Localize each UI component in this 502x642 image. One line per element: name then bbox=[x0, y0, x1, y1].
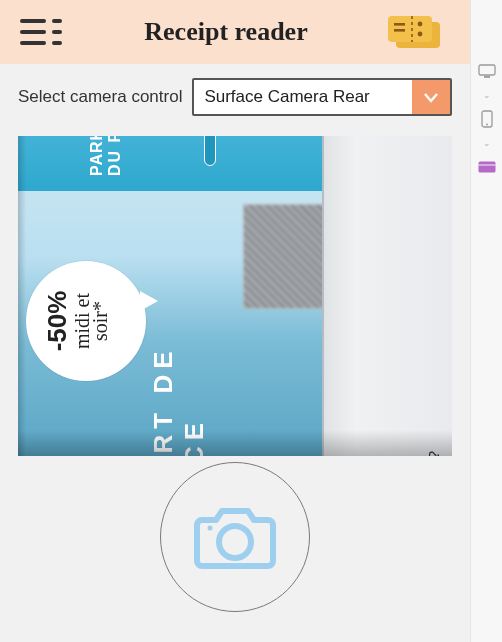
phone-preview-icon[interactable] bbox=[477, 110, 497, 128]
app-header: Receipt reader bbox=[0, 0, 470, 64]
capture-row bbox=[0, 456, 470, 612]
chevron-down-icon[interactable]: ⌄ bbox=[477, 86, 497, 104]
promo-bubble: -50% midi et soir* bbox=[26, 261, 146, 381]
camera-select[interactable]: Surface Camera Rear bbox=[192, 78, 452, 116]
svg-point-8 bbox=[418, 22, 423, 27]
app-frame: Receipt reader Select camera control Sur… bbox=[0, 0, 470, 642]
camera-select-row: Select camera control Surface Camera Rea… bbox=[0, 64, 470, 124]
ticket-icon bbox=[386, 12, 450, 52]
app-title: Receipt reader bbox=[78, 17, 374, 47]
svg-point-13 bbox=[219, 526, 251, 558]
camera-select-label: Select camera control bbox=[18, 87, 182, 107]
chevron-down-icon bbox=[412, 80, 450, 114]
menu-icon[interactable] bbox=[20, 14, 66, 50]
svg-point-14 bbox=[208, 526, 213, 531]
svg-rect-0 bbox=[479, 65, 495, 75]
svg-rect-11 bbox=[394, 23, 405, 26]
camera-icon bbox=[192, 502, 278, 572]
camera-select-value: Surface Camera Rear bbox=[194, 80, 412, 114]
receipt-header-text: PARKINGS DU PORT bbox=[88, 136, 123, 176]
camera-preview-container: PARKINGS DU PORT PORT DE NICE -50% midi … bbox=[0, 124, 470, 456]
desktop-preview-icon[interactable] bbox=[477, 62, 497, 80]
card-preview-icon[interactable] bbox=[477, 158, 497, 176]
camera-preview[interactable]: PARKINGS DU PORT PORT DE NICE -50% midi … bbox=[18, 136, 452, 456]
svg-rect-4 bbox=[478, 162, 495, 173]
capture-button[interactable] bbox=[160, 462, 310, 612]
svg-rect-12 bbox=[394, 29, 405, 32]
svg-rect-1 bbox=[484, 76, 490, 78]
svg-point-3 bbox=[486, 124, 488, 126]
device-preview-rail: ⌄ ⌄ bbox=[470, 0, 502, 642]
chevron-down-icon[interactable]: ⌄ bbox=[477, 134, 497, 152]
svg-point-9 bbox=[418, 32, 423, 37]
svg-rect-5 bbox=[478, 164, 495, 166]
